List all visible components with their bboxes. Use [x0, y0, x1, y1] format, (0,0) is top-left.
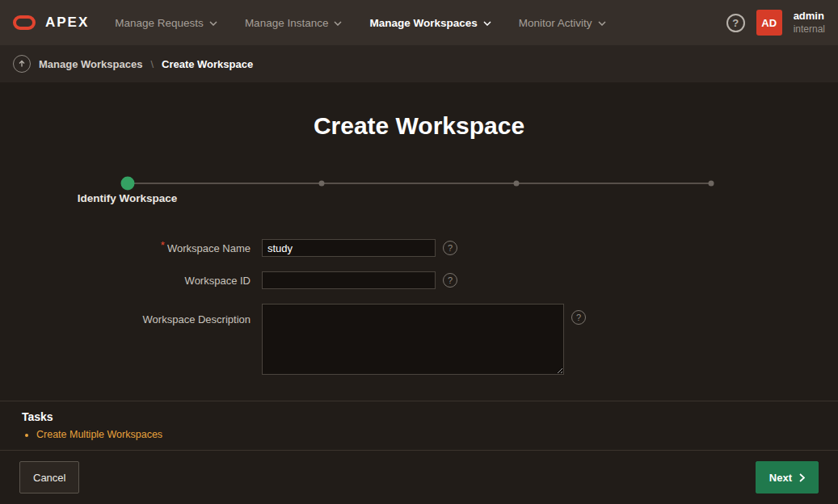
next-button[interactable]: Next: [756, 461, 819, 494]
help-icon[interactable]: ?: [443, 273, 457, 288]
user-name: admin: [794, 10, 825, 23]
nav-monitor-activity[interactable]: Monitor Activity: [519, 17, 606, 29]
nav-monitor-activity-label: Monitor Activity: [519, 17, 592, 29]
workspace-name-label: *Workspace Name: [0, 242, 251, 254]
nav-manage-requests[interactable]: Manage Requests: [115, 17, 217, 29]
cancel-button[interactable]: Cancel: [19, 461, 79, 494]
wizard-track: [128, 183, 711, 184]
chevron-down-icon: [209, 21, 217, 26]
brand[interactable]: APEX: [13, 15, 89, 31]
wizard-step-2-dot: [319, 181, 325, 187]
user-area: ? AD admin internal: [726, 10, 825, 36]
brand-name: APEX: [45, 15, 89, 31]
task-link-create-multiple-workspaces[interactable]: Create Multiple Workspaces: [36, 429, 162, 440]
main-content: Create Workspace Identify Workspace *Wor…: [0, 82, 838, 401]
help-icon[interactable]: ?: [726, 14, 745, 32]
list-item: Create Multiple Workspaces: [36, 429, 816, 440]
top-nav-bar: APEX Manage Requests Manage Instance Man…: [0, 0, 838, 45]
required-indicator: *: [161, 239, 165, 251]
wizard-step-1-dot: [120, 177, 134, 191]
workspace-description-row: Workspace Description ?: [0, 304, 838, 375]
page-title: Create Workspace: [0, 111, 838, 141]
chevron-down-icon: [598, 21, 606, 26]
wizard-step-label: Identify Workspace: [78, 192, 178, 204]
nav-manage-instance[interactable]: Manage Instance: [245, 17, 343, 29]
next-button-label: Next: [769, 472, 792, 484]
chevron-down-icon: [483, 21, 491, 26]
workspace-name-row: *Workspace Name ?: [0, 239, 838, 257]
create-workspace-form: *Workspace Name ? Workspace ID ? Workspa…: [0, 239, 838, 375]
workspace-description-label: Workspace Description: [0, 304, 251, 326]
user-menu[interactable]: admin internal: [794, 10, 825, 35]
breadcrumb-parent[interactable]: Manage Workspaces: [39, 58, 142, 70]
oracle-logo-icon: [13, 15, 36, 30]
workspace-id-row: Workspace ID ?: [0, 271, 838, 289]
help-icon[interactable]: ?: [571, 310, 586, 325]
avatar[interactable]: AD: [756, 10, 782, 36]
tasks-section: Tasks Create Multiple Workspaces: [0, 401, 838, 450]
tasks-list: Create Multiple Workspaces: [36, 429, 816, 440]
workspace-description-input[interactable]: [262, 304, 564, 375]
chevron-right-icon: [799, 473, 805, 482]
breadcrumb-current: Create Workspace: [162, 58, 253, 70]
help-icon[interactable]: ?: [443, 241, 457, 255]
breadcrumb-separator: \: [150, 58, 154, 70]
workspace-name-input[interactable]: [262, 239, 436, 257]
workspace-id-input[interactable]: [262, 271, 436, 289]
nav-manage-requests-label: Manage Requests: [115, 17, 204, 29]
user-context: internal: [794, 23, 825, 36]
main-nav: Manage Requests Manage Instance Manage W…: [115, 17, 605, 29]
nav-manage-workspaces-label: Manage Workspaces: [369, 17, 477, 29]
wizard-progress: Identify Workspace: [128, 176, 711, 218]
chevron-down-icon: [334, 21, 342, 26]
breadcrumb: Manage Workspaces \ Create Workspace: [0, 45, 838, 82]
footer-button-bar: Cancel Next: [0, 450, 838, 504]
tasks-heading: Tasks: [22, 410, 816, 423]
nav-manage-workspaces[interactable]: Manage Workspaces: [369, 17, 491, 29]
wizard-step-3-dot: [513, 181, 519, 187]
up-arrow-icon[interactable]: [13, 55, 31, 73]
nav-manage-instance-label: Manage Instance: [245, 17, 329, 29]
wizard-step-4-dot: [708, 181, 714, 187]
workspace-id-label: Workspace ID: [0, 275, 251, 287]
